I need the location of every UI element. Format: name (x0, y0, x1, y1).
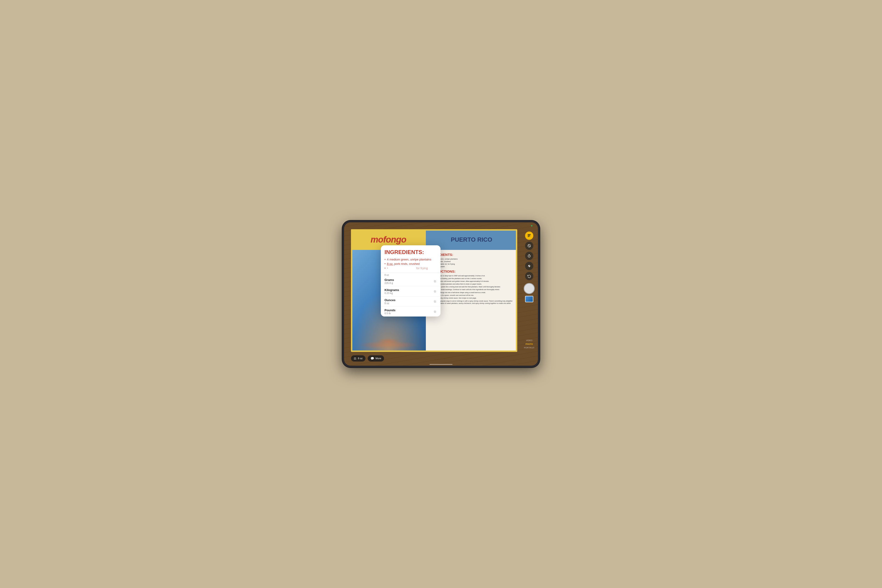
unit-name: Ounces (384, 298, 396, 302)
svg-rect-2 (528, 236, 530, 236)
svg-rect-1 (528, 235, 530, 236)
photo-thumbnail[interactable] (525, 296, 533, 302)
more-pill[interactable]: 💬 More (368, 356, 384, 362)
ingredient-item: 2 cups vegetable oil, for frying (429, 263, 514, 265)
instruction-item: 6.Add the pork rinds/cracklings. Continu… (429, 288, 514, 291)
weight-icon: ⚖ (354, 357, 357, 360)
puerto-rico-title: PUERTO RICO (451, 236, 492, 243)
weight-label: 8 oz (358, 357, 363, 360)
copy-icon[interactable]: ⧉ (433, 300, 437, 304)
unit-value: 8 oz (384, 302, 396, 304)
more-label: More (375, 357, 381, 360)
instruction-item: 7.Form the mofongo mix into a half-dome … (429, 291, 514, 294)
portrait-mode[interactable]: PORTRAIT (524, 346, 534, 350)
copy-icon[interactable]: ⧉ (433, 310, 437, 314)
timer-button[interactable] (525, 252, 533, 260)
popup-ingredients-section: INGREDIENTS: 4 medium green, unripe plan… (381, 245, 441, 273)
popup-title: INGREDIENTS: (384, 249, 437, 255)
popup-ingredient-3: • for frying (384, 266, 437, 270)
device-frame: mofongo PUERTO RICO (342, 220, 540, 368)
unit-name: Grams (384, 278, 394, 282)
instruction-item: 8.With the back of a spoon, smooth over … (429, 294, 514, 296)
unit-row-pounds[interactable]: Pounds 0.5 lb ⧉ (381, 307, 441, 316)
unit-info: Ounces 8 oz (384, 298, 396, 304)
unit-info: Kilograms 0.23 kg (384, 288, 399, 294)
ingredient-item: 3 tbs. garlic paste (429, 266, 514, 268)
status-indicator (531, 225, 532, 226)
unit-value: 0.5 lb (384, 312, 396, 315)
svg-line-5 (528, 244, 530, 247)
bottom-bar: ⚖ 8 oz 💬 More (351, 353, 517, 363)
ingredients-header: INGREDIENTS: (429, 253, 514, 256)
mofongo-title: mofongo (370, 235, 406, 244)
unit-value: 226.8 g (384, 282, 394, 284)
camera-controls: VIDEO PHOTO PORTRAIT (522, 229, 536, 352)
rotate-button[interactable] (525, 272, 533, 280)
ingredient-item: 4 medium green, unripe plantains (429, 258, 514, 260)
weight-pill[interactable]: ⚖ 8 oz (351, 356, 365, 362)
svg-rect-0 (528, 234, 531, 235)
popup-ingredient-1: 4 medium green, unripe plantains (384, 258, 437, 261)
unit-name: Pounds (384, 309, 396, 312)
ingredients-list: 4 medium green, unripe plantains 8 oz. p… (429, 258, 514, 268)
underlined-weight: 8 oz. (387, 262, 393, 266)
bubble-icon: 💬 (370, 357, 374, 360)
instruction-item: 9.Serve with spicy shrimp creole sauce. … (429, 297, 514, 299)
instruction-item: 3.Fry the plantains until tender and gol… (429, 280, 514, 282)
unit-row-grams[interactable]: Grams 226.8 g ⧉ (381, 276, 441, 286)
shutter-button[interactable] (524, 283, 535, 294)
popup-ingredient-2: 8 oz. pork rinds, crushed (384, 262, 437, 266)
recipe-description: One of the most popular ways to serve mo… (429, 300, 514, 307)
unit-row-ounces[interactable]: Ounces 8 oz ⧉ (381, 297, 441, 307)
ingredient-item: 8 oz. pork rinds, crushed (429, 261, 514, 262)
flash-button[interactable] (525, 262, 533, 270)
instruction-item: 2.While the oil is heating, peel the pla… (429, 278, 514, 279)
unit-row-kilograms[interactable]: Kilograms 0.23 kg ⧉ (381, 286, 441, 297)
instruction-item: 5.Put the garlic paste into a mixing bow… (429, 286, 514, 288)
photo-mode[interactable]: PHOTO (524, 342, 534, 346)
device-screen: mofongo PUERTO RICO (344, 222, 538, 366)
video-mode[interactable]: VIDEO (524, 339, 534, 342)
prohibit-button[interactable] (525, 242, 533, 250)
home-indicator (429, 364, 453, 365)
instruction-item: 1.Heat frying pan or deep fryer to 350F … (429, 275, 514, 277)
unit-label: 8 oz (381, 273, 441, 276)
ipad-device: mofongo PUERTO RICO (342, 220, 540, 368)
svg-marker-8 (528, 264, 531, 267)
svg-rect-3 (528, 237, 530, 237)
unit-conversion-popup[interactable]: INGREDIENTS: 4 medium green, unripe plan… (381, 245, 441, 316)
live-text-icon (527, 234, 531, 238)
copy-icon[interactable]: ⧉ (433, 279, 437, 284)
unit-dropdown: 8 oz Grams 226.8 g ⧉ Kilograms 0.23 (381, 273, 441, 316)
unit-name: Kilograms (384, 288, 399, 292)
rotate-icon (527, 274, 531, 278)
flash-icon (527, 264, 531, 268)
timer-icon (527, 254, 531, 258)
camera-mode-group: VIDEO PHOTO PORTRAIT (524, 339, 534, 350)
instructions-list: 1.Heat frying pan or deep fryer to 350F … (429, 275, 514, 299)
unit-info: Pounds 0.5 lb (384, 309, 396, 315)
instructions-header: INSTRUCTIONS: (429, 269, 514, 273)
live-text-button[interactable] (525, 231, 533, 240)
unit-info: Grams 226.8 g (384, 278, 394, 284)
instruction-item: 4.Remove the cooked plantains and allow … (429, 283, 514, 285)
prohibit-icon (527, 244, 531, 248)
unit-value: 0.23 kg (384, 292, 399, 294)
copy-icon[interactable]: ⧉ (433, 290, 437, 294)
